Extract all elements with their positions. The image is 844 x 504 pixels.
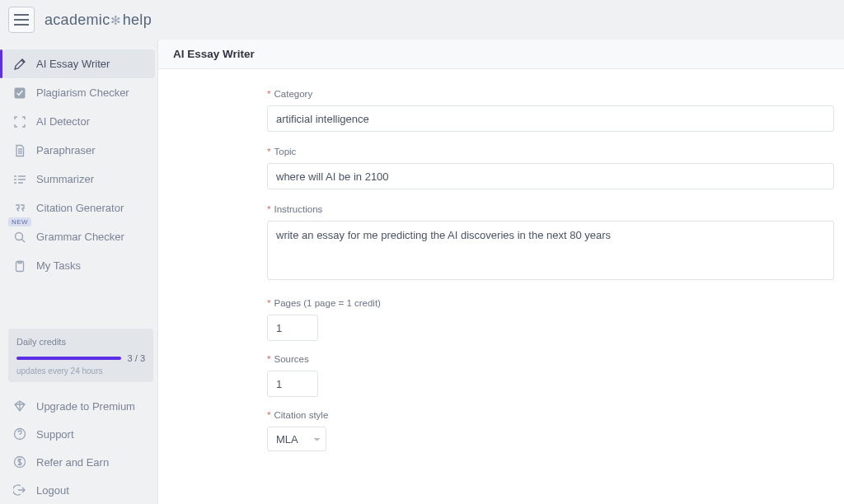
- sidebar-item-summarizer[interactable]: Summarizer: [3, 165, 155, 194]
- scan-icon: [12, 114, 28, 130]
- footer-item-label: Refer and Earn: [36, 456, 109, 469]
- new-badge: NEW: [8, 217, 31, 226]
- sidebar-item-ai-detector[interactable]: AI Detector: [3, 107, 155, 136]
- sidebar: AI Essay Writer Plagiarism Checker AI De…: [0, 40, 158, 504]
- credits-subtext: updates every 24 hours: [16, 366, 145, 376]
- sidebar-item-grammar-checker[interactable]: NEW Grammar Checker: [3, 222, 155, 251]
- footer-item-support[interactable]: Support: [3, 420, 158, 448]
- footer-item-upgrade[interactable]: Upgrade to Premium: [3, 392, 158, 420]
- dollar-icon: [12, 454, 28, 470]
- label-category: *Category: [267, 89, 844, 99]
- label-instructions: *Instructions: [267, 204, 844, 214]
- citation-select[interactable]: MLA: [267, 427, 326, 451]
- sidebar-item-label: My Tasks: [36, 259, 81, 272]
- footer-item-label: Support: [36, 428, 74, 441]
- sidebar-item-label: Grammar Checker: [36, 231, 124, 243]
- credits-title: Daily credits: [16, 337, 145, 347]
- sidebar-item-label: AI Essay Writer: [36, 58, 110, 70]
- sidebar-item-my-tasks[interactable]: My Tasks: [3, 251, 155, 280]
- app-logo: academic✻help: [45, 12, 152, 29]
- label-topic: *Topic: [267, 147, 844, 156]
- footer-item-label: Upgrade to Premium: [36, 400, 135, 413]
- footer-item-refer[interactable]: Refer and Earn: [3, 448, 158, 476]
- sidebar-item-plagiarism-checker[interactable]: Plagiarism Checker: [3, 78, 155, 107]
- sidebar-item-label: AI Detector: [36, 115, 90, 128]
- logo-part-2: help: [123, 12, 152, 29]
- star-icon: ✻: [110, 13, 121, 28]
- sidebar-item-label: Plagiarism Checker: [36, 86, 129, 99]
- footer-item-label: Logout: [36, 484, 69, 497]
- quote-icon: [12, 200, 28, 217]
- main-panel: AI Essay Writer *Category *Topic *Instru…: [158, 40, 844, 504]
- sidebar-item-label: Citation Generator: [36, 202, 124, 214]
- diamond-icon: [12, 398, 28, 414]
- page-title: AI Essay Writer: [158, 40, 844, 69]
- svg-point-1: [16, 232, 23, 240]
- logo-part-1: academic: [45, 12, 110, 29]
- credits-card: Daily credits 3 / 3 updates every 24 hou…: [8, 329, 153, 382]
- credits-bar: [16, 357, 121, 360]
- form-area: *Category *Topic *Instructions *Pages (1…: [158, 69, 844, 504]
- topbar: academic✻help: [0, 0, 844, 40]
- list-icon: [12, 171, 28, 188]
- logout-icon: [12, 482, 28, 498]
- sidebar-item-label: Summarizer: [36, 173, 94, 185]
- pencil-icon: [12, 56, 28, 72]
- label-pages: *Pages (1 page = 1 credit): [267, 298, 844, 308]
- topic-input[interactable]: [267, 163, 834, 189]
- check-square-icon: [12, 85, 28, 101]
- scrolled-content-edge: [267, 69, 315, 72]
- footer-item-logout[interactable]: Logout: [3, 476, 158, 504]
- category-input[interactable]: [267, 105, 834, 132]
- sidebar-item-paraphraser[interactable]: Paraphraser: [3, 136, 155, 165]
- label-citation: *Citation style: [267, 410, 844, 420]
- hamburger-icon: [14, 14, 29, 26]
- clipboard-icon: [12, 258, 28, 274]
- question-icon: [12, 426, 28, 442]
- document-icon: [12, 142, 28, 159]
- menu-toggle-button[interactable]: [8, 7, 35, 33]
- sidebar-item-ai-essay-writer[interactable]: AI Essay Writer: [3, 49, 155, 78]
- sidebar-item-label: Paraphraser: [36, 144, 96, 156]
- pages-input[interactable]: [267, 315, 318, 341]
- sources-input[interactable]: [267, 371, 318, 397]
- magnify-icon: [12, 229, 28, 245]
- instructions-textarea[interactable]: [267, 221, 834, 280]
- credits-count: 3 / 3: [128, 353, 145, 363]
- label-sources: *Sources: [267, 354, 844, 364]
